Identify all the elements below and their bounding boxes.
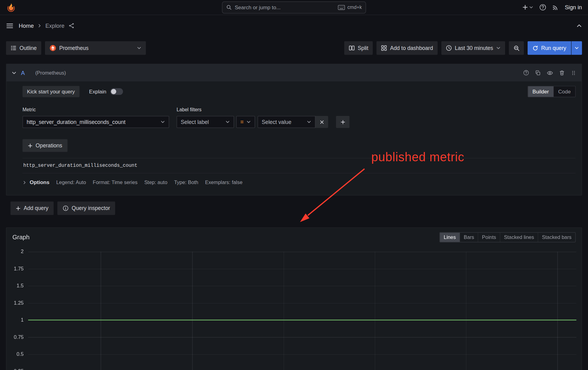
run-query-label: Run query	[541, 45, 566, 51]
series-line	[28, 320, 576, 320]
graph-title: Graph	[12, 234, 30, 241]
help-circle-icon	[523, 70, 529, 76]
datasource-picker[interactable]: Prometheus	[45, 41, 146, 55]
select-value-dropdown[interactable]: Select value	[258, 116, 315, 128]
chevron-right-icon	[38, 24, 42, 28]
zoom-out-button[interactable]	[509, 41, 524, 55]
remove-query-button[interactable]	[559, 70, 565, 76]
search-input[interactable]	[235, 4, 335, 10]
query-inspector-button[interactable]: Query inspector	[57, 201, 115, 215]
breadcrumb-home[interactable]: Home	[19, 23, 34, 29]
toggle-knob	[111, 89, 116, 94]
metric-select[interactable]: http_server_duration_milliseconds_count	[22, 116, 169, 128]
split-button[interactable]: Split	[344, 41, 373, 55]
sign-in-link[interactable]: Sign in	[565, 4, 582, 10]
explore-toolbar: Outline Prometheus Split A	[0, 36, 588, 64]
apps-grid-icon	[381, 45, 387, 51]
select-label-dropdown[interactable]: Select label	[177, 116, 234, 128]
topnav-right: Sign in	[522, 4, 582, 11]
chevron-down-icon	[574, 46, 579, 50]
breadcrumb: Home Explore	[19, 23, 75, 29]
share-icon	[68, 23, 75, 29]
time-range-picker[interactable]: Last 30 minutes	[441, 41, 505, 55]
query-ref-id[interactable]: A	[21, 70, 25, 76]
chevron-up-icon	[576, 23, 582, 28]
add-query-label: Add query	[24, 205, 48, 211]
rss-icon	[552, 4, 559, 10]
copy-icon	[535, 70, 541, 76]
menu-toggle-button[interactable]	[6, 22, 13, 29]
options-label: Options	[30, 179, 49, 185]
time-range-label: Last 30 minutes	[455, 45, 493, 51]
chevron-right-icon	[22, 180, 27, 184]
eye-icon	[547, 70, 553, 76]
y-axis-label: 1.25	[5, 300, 24, 306]
grafana-logo[interactable]	[6, 2, 16, 12]
news-button[interactable]	[552, 4, 559, 10]
kick-start-button[interactable]: Kick start your query	[22, 86, 79, 97]
options-collapse-button[interactable]: Options	[22, 179, 49, 185]
operations-label: Operations	[36, 142, 62, 148]
remove-filter-button[interactable]	[315, 116, 328, 128]
help-circle-icon	[539, 4, 546, 11]
graph-mode-stacked-bars[interactable]: Stacked bars	[538, 232, 575, 242]
add-to-dashboard-label: Add to dashboard	[390, 45, 433, 51]
y-axis-label: 1	[5, 317, 24, 323]
operations-button[interactable]: Operations	[22, 139, 67, 152]
drag-handle[interactable]	[571, 70, 576, 76]
graph-mode-stacked-lines[interactable]: Stacked lines	[500, 232, 538, 242]
breadcrumb-explore: Explore	[45, 23, 64, 29]
add-filter-button[interactable]	[336, 116, 349, 128]
breadcrumb-bar: Home Explore	[0, 15, 588, 36]
code-mode-button[interactable]: Code	[553, 86, 575, 97]
help-button[interactable]	[539, 4, 546, 11]
metric-select-value: http_server_duration_milliseconds_count	[27, 119, 125, 125]
search-icon	[226, 5, 232, 10]
y-axis-label: 0.5	[5, 351, 24, 358]
run-query-dropdown-button[interactable]	[571, 41, 582, 55]
query-editor-body: Kick start your query Explain Builder Co…	[6, 81, 582, 195]
new-button[interactable]	[522, 5, 533, 10]
query-header-actions	[523, 70, 576, 76]
top-navbar: cmd+k Sign in	[0, 0, 588, 15]
search-box[interactable]: cmd+k	[222, 1, 366, 13]
collapse-header-button[interactable]	[576, 23, 582, 28]
chart-plot-area[interactable]: 2 1.75 1.5 1.25 1 0.75 0.5 0.25	[28, 252, 576, 370]
toolbar-right: Split Add to dashboard Last 30 minutes	[344, 41, 582, 55]
prometheus-icon	[50, 45, 56, 51]
options-step: Step: auto	[144, 179, 167, 185]
explain-toggle[interactable]	[110, 88, 123, 95]
graph-header: Graph Lines Bars Points Stacked lines St…	[6, 228, 582, 242]
query-editor-panel: A (Prometheus)	[6, 64, 582, 195]
graph-mode-bars[interactable]: Bars	[459, 232, 478, 242]
options-legend: Legend: Auto	[56, 179, 86, 185]
operator-dropdown[interactable]: =	[236, 116, 255, 128]
add-to-dashboard-button[interactable]: Add to dashboard	[377, 41, 438, 55]
query-collapse-button[interactable]	[12, 70, 17, 75]
duplicate-query-button[interactable]	[535, 70, 541, 76]
builder-mode-button[interactable]: Builder	[528, 86, 553, 97]
search-shortcut-label: cmd+k	[347, 5, 362, 10]
graph-mode-lines[interactable]: Lines	[440, 232, 460, 242]
metric-field: Metric http_server_duration_milliseconds…	[22, 107, 169, 128]
label-filters-row: Select label = Select value	[177, 116, 349, 128]
options-format: Format: Time series	[93, 179, 137, 185]
label-filters-field: Label filters Select label = Select valu…	[177, 107, 349, 128]
share-button[interactable]	[68, 23, 75, 29]
add-query-button[interactable]: Add query	[10, 201, 54, 215]
outline-button[interactable]: Outline	[6, 41, 41, 55]
query-help-button[interactable]	[523, 70, 529, 76]
datasource-label: Prometheus	[59, 45, 88, 51]
graph-mode-points[interactable]: Points	[478, 232, 500, 242]
builder-fields: Metric http_server_duration_milliseconds…	[22, 107, 576, 128]
chevron-down-icon	[496, 46, 501, 50]
query-footer: Add query Query inspector	[10, 201, 582, 215]
outline-label: Outline	[19, 45, 37, 51]
query-row-header[interactable]: A (Prometheus)	[6, 64, 582, 81]
info-circle-icon	[63, 205, 68, 211]
run-query-button[interactable]: Run query	[528, 41, 571, 55]
hamburger-icon	[6, 22, 13, 29]
grafana-explore-page: cmd+k Sign in	[0, 0, 588, 370]
hide-response-button[interactable]	[547, 70, 553, 76]
chevron-down-icon	[161, 120, 165, 124]
